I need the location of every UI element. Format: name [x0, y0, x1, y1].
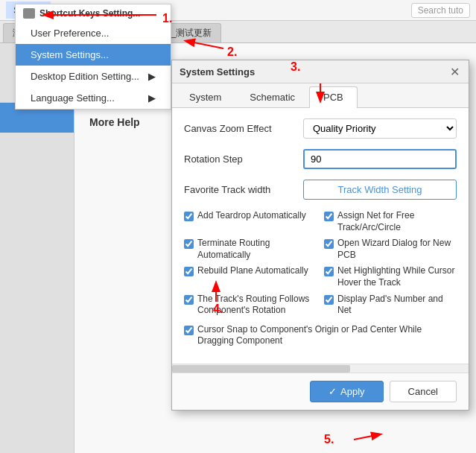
checkbox-open-wizard-input[interactable]: [324, 239, 334, 249]
checkbox-assign-net: Assign Net for Free Track/Arc/Circle: [324, 210, 457, 233]
dropdown-menu: Shortcut Keys Setting... User Preference…: [15, 4, 171, 110]
dialog-close-button[interactable]: ✕: [448, 65, 461, 78]
checkbox-cursor-snap-input[interactable]: [184, 326, 194, 335]
canvas-zoom-label: Canvas Zoom Effect: [184, 123, 303, 134]
system-settings-dialog: System Settings ✕ System Schematic PCB C…: [171, 60, 469, 411]
checkbox-assign-net-input[interactable]: [324, 212, 334, 221]
dialog-tabs: System Schematic PCB: [172, 83, 469, 108]
apply-checkmark-icon: ✓: [329, 386, 337, 397]
checkbox-net-highlight: Net Highlighting While Cursor Hover the …: [324, 265, 457, 288]
apply-label: Apply: [340, 386, 365, 397]
dialog-title-bar: System Settings ✕: [172, 60, 469, 83]
arrow-right-icon: ▶: [148, 71, 156, 82]
keyboard-icon: [23, 8, 35, 19]
checkbox-terminate-routing-label: Terminate Routing Automatically: [197, 238, 317, 261]
checkbox-terminate-routing: Terminate Routing Automatically: [184, 238, 317, 261]
dialog-footer: ✓ Apply Cancel: [172, 373, 469, 410]
checkbox-net-highlight-label: Net Highlighting While Cursor Hover the …: [337, 265, 457, 288]
cancel-button[interactable]: Cancel: [390, 381, 457, 402]
track-width-button[interactable]: Track Width Setting: [303, 180, 457, 200]
checkbox-add-teardrop-input[interactable]: [184, 212, 194, 221]
rotation-step-input[interactable]: [303, 149, 457, 169]
user-preference-item[interactable]: User Preference...: [16, 22, 171, 44]
dialog-tab-pcb[interactable]: PCB: [309, 86, 358, 108]
menu-label-setting: Shortcut Keys Setting...: [16, 4, 171, 22]
checkbox-cursor-snap: Cursor Snap to Component's Origin or Pad…: [184, 324, 457, 347]
checkbox-track-routing: The Track's Routing Follows Component's …: [184, 294, 317, 317]
canvas-zoom-select[interactable]: Quality PrioritySpeed PriorityBalance: [303, 118, 457, 139]
checkbox-track-routing-label: The Track's Routing Follows Component's …: [197, 294, 317, 317]
dialog-horizontal-scrollbar[interactable]: [172, 364, 469, 373]
system-settings-item[interactable]: System Settings...: [16, 44, 171, 66]
favorite-track-control: Track Width Setting: [303, 180, 457, 200]
checkbox-rebuild-plane-label: Rebuild Plane Automatically: [197, 265, 308, 277]
checkbox-display-pad-input[interactable]: [324, 295, 334, 305]
dialog-body: Canvas Zoom Effect Quality PrioritySpeed…: [172, 108, 469, 364]
apply-button[interactable]: ✓ Apply: [310, 381, 384, 402]
desktop-edition-item[interactable]: Desktop Edition Setting... ▶: [16, 66, 171, 87]
arrow-right-icon2: ▶: [148, 92, 156, 104]
checkbox-display-pad: Display Pad's Number and Net: [324, 294, 457, 317]
checkbox-rebuild-plane: Rebuild Plane Automatically: [184, 265, 317, 288]
checkbox-add-teardrop-label: Add Teardrop Automatically: [197, 210, 306, 222]
dialog-tab-system[interactable]: System: [175, 86, 235, 107]
rotation-step-control: [303, 149, 457, 169]
checkbox-display-pad-label: Display Pad's Number and Net: [337, 294, 457, 317]
checkbox-add-teardrop: Add Teardrop Automatically: [184, 210, 317, 233]
dialog-tab-schematic[interactable]: Schematic: [235, 86, 309, 107]
rotation-step-row: Rotation Step: [184, 149, 457, 169]
checkbox-track-routing-input[interactable]: [184, 295, 194, 305]
checkbox-grid: Add Teardrop Automatically Assign Net fo…: [184, 210, 457, 317]
checkbox-open-wizard-label: Open Wizard Dialog for New PCB: [337, 238, 457, 261]
dialog-title: System Settings: [180, 66, 255, 77]
language-setting-item[interactable]: Language Setting... ▶: [16, 87, 171, 109]
checkbox-net-highlight-input[interactable]: [324, 267, 334, 276]
checkbox-open-wizard: Open Wizard Dialog for New PCB: [324, 238, 457, 261]
scrollbar-thumb: [172, 365, 350, 373]
canvas-zoom-control: Quality PrioritySpeed PriorityBalance: [303, 118, 457, 139]
checkbox-rebuild-plane-input[interactable]: [184, 267, 194, 276]
shortcut-keys-item[interactable]: Shortcut Keys Setting...: [39, 8, 140, 19]
checkbox-assign-net-label: Assign Net for Free Track/Arc/Circle: [337, 210, 457, 233]
search-bar[interactable]: Search tuto: [411, 3, 470, 18]
checkbox-terminate-routing-input[interactable]: [184, 239, 194, 249]
rotation-step-label: Rotation Step: [184, 153, 303, 165]
checkbox-cursor-snap-label: Cursor Snap to Component's Origin or Pad…: [197, 324, 457, 347]
favorite-track-label: Favorite Track width: [184, 184, 303, 195]
favorite-track-row: Favorite Track width Track Width Setting: [184, 180, 457, 200]
canvas-zoom-row: Canvas Zoom Effect Quality PrioritySpeed…: [184, 118, 457, 139]
